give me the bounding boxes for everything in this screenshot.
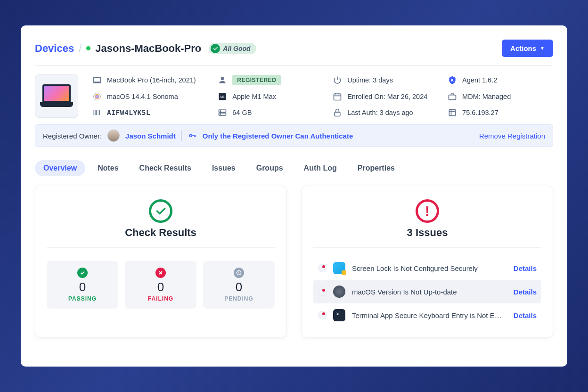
issue-row[interactable]: Terminal App Secure Keyboard Entry is No… bbox=[313, 303, 541, 327]
info-last-auth: Last Auth: 3 days ago bbox=[333, 107, 438, 118]
stat-failing-count: 0 bbox=[129, 280, 193, 294]
warning-icon: ! bbox=[416, 199, 439, 223]
tab-groups[interactable]: Groups bbox=[248, 160, 292, 176]
svg-rect-0 bbox=[94, 77, 101, 82]
issues-list: Screen Lock Is Not Configured Securely D… bbox=[313, 256, 541, 327]
status-pill: All Good bbox=[209, 43, 256, 54]
tab-overview[interactable]: Overview bbox=[35, 160, 85, 176]
info-agent-value: Agent 1.6.2 bbox=[462, 76, 497, 84]
stat-pending-label: PENDING bbox=[207, 295, 271, 302]
chip-icon: M1 bbox=[218, 92, 227, 101]
check-icon bbox=[211, 44, 220, 53]
separator bbox=[181, 131, 182, 141]
svg-text:M1: M1 bbox=[220, 95, 225, 98]
info-mdm-value: MDM: Managed bbox=[462, 93, 511, 100]
registered-badge: REGISTERED bbox=[232, 75, 281, 85]
svg-rect-12 bbox=[98, 110, 98, 115]
breadcrumb: Devices / Jasons-MacBook-Pro All Good bbox=[35, 42, 256, 55]
actions-button[interactable]: Actions ▼ bbox=[502, 40, 553, 57]
issue-row[interactable]: macOS Version Is Not Up-to-date Details bbox=[313, 280, 541, 303]
svg-rect-19 bbox=[449, 109, 455, 115]
info-ip: 75.6.193.27 bbox=[448, 107, 553, 118]
details-link[interactable]: Details bbox=[514, 311, 537, 319]
key-icon bbox=[188, 131, 197, 140]
info-last-auth-value: Last Auth: 3 days ago bbox=[347, 109, 413, 116]
issues-card: ! 3 Issues Screen Lock Is Not Configured… bbox=[302, 186, 553, 338]
tab-properties[interactable]: Properties bbox=[349, 160, 403, 176]
info-chip-value: Apple M1 Max bbox=[232, 93, 276, 100]
svg-rect-8 bbox=[449, 95, 456, 100]
owner-avatar bbox=[107, 130, 120, 142]
owner-name-link[interactable]: Jason Schmidt bbox=[125, 132, 176, 140]
issue-row[interactable]: Screen Lock Is Not Configured Securely D… bbox=[313, 256, 541, 280]
check-icon bbox=[77, 268, 88, 278]
info-storage: 64 GB bbox=[218, 107, 323, 118]
info-enrolled-value: Enrolled On: Mar 26, 2024 bbox=[347, 93, 427, 100]
info-registration: REGISTERED bbox=[218, 74, 323, 86]
check-results-card: Check Results 0 PASSING 0 FAILING 0 PEND… bbox=[35, 186, 286, 338]
agent-icon: K bbox=[448, 75, 457, 85]
info-serial-value: AIFW4LYK5L bbox=[107, 109, 150, 116]
check-results-title: Check Results bbox=[47, 227, 275, 239]
actions-label: Actions bbox=[510, 44, 536, 52]
details-link[interactable]: Details bbox=[514, 288, 537, 296]
tab-check-results[interactable]: Check Results bbox=[131, 160, 200, 176]
info-agent: K Agent 1.6.2 bbox=[448, 74, 553, 86]
svg-rect-7 bbox=[334, 94, 341, 100]
terminal-icon bbox=[333, 309, 345, 321]
chevron-down-icon: ▼ bbox=[540, 46, 545, 51]
svg-point-4 bbox=[95, 94, 99, 99]
info-enrolled: Enrolled On: Mar 26, 2024 bbox=[333, 91, 438, 102]
stat-failing[interactable]: 0 FAILING bbox=[125, 261, 196, 309]
calendar-icon bbox=[333, 92, 342, 101]
storage-icon bbox=[218, 108, 227, 117]
info-storage-value: 64 GB bbox=[232, 109, 252, 116]
info-serial: AIFW4LYK5L bbox=[92, 107, 208, 118]
clock-icon bbox=[234, 268, 244, 278]
info-uptime-value: Uptime: 3 days bbox=[347, 76, 393, 84]
owner-label: Registered Owner: bbox=[43, 132, 102, 140]
status-text: All Good bbox=[223, 45, 254, 52]
svg-point-1 bbox=[221, 77, 224, 80]
tab-auth-log[interactable]: Auth Log bbox=[295, 160, 345, 176]
power-icon bbox=[333, 75, 342, 85]
tab-notes[interactable]: Notes bbox=[89, 160, 127, 176]
breadcrumb-root-link[interactable]: Devices bbox=[35, 42, 74, 55]
check-results-header: Check Results bbox=[47, 199, 275, 248]
svg-rect-9 bbox=[94, 110, 95, 115]
network-icon bbox=[448, 108, 457, 117]
tabs: Overview Notes Check Results Issues Grou… bbox=[35, 160, 553, 176]
barcode-icon bbox=[92, 108, 102, 117]
tab-issues[interactable]: Issues bbox=[204, 160, 244, 176]
issue-text: Terminal App Secure Keyboard Entry is No… bbox=[352, 311, 507, 319]
svg-text:K: K bbox=[451, 78, 454, 82]
check-results-stats: 0 PASSING 0 FAILING 0 PENDING bbox=[47, 261, 275, 309]
details-link[interactable]: Details bbox=[514, 264, 537, 272]
owner-policy-link[interactable]: Only the Registered Owner Can Authentica… bbox=[203, 132, 353, 140]
info-model-value: MacBook Pro (16-inch, 2021) bbox=[107, 76, 196, 84]
device-image bbox=[35, 74, 78, 118]
owner-bar: Registered Owner: Jason Schmidt Only the… bbox=[35, 124, 553, 147]
svg-rect-10 bbox=[95, 110, 96, 115]
issues-title: 3 Issues bbox=[313, 227, 541, 239]
info-chip: M1 Apple M1 Max bbox=[218, 91, 323, 102]
check-circle-icon bbox=[149, 199, 172, 223]
gauge-icon bbox=[318, 264, 327, 272]
device-info-grid: MacBook Pro (16-inch, 2021) REGISTERED U… bbox=[92, 74, 553, 118]
briefcase-icon bbox=[448, 92, 457, 101]
issue-text: macOS Version Is Not Up-to-date bbox=[352, 288, 507, 296]
laptop-icon bbox=[92, 75, 102, 85]
info-uptime: Uptime: 3 days bbox=[333, 74, 438, 86]
info-model: MacBook Pro (16-inch, 2021) bbox=[92, 74, 208, 86]
svg-point-16 bbox=[220, 111, 221, 112]
stat-pending[interactable]: 0 PENDING bbox=[203, 261, 275, 309]
os-icon bbox=[92, 92, 102, 101]
breadcrumb-separator: / bbox=[79, 42, 82, 55]
svg-point-17 bbox=[220, 114, 221, 115]
stat-passing[interactable]: 0 PASSING bbox=[47, 261, 118, 309]
issues-header: ! 3 Issues bbox=[313, 199, 541, 248]
issue-text: Screen Lock Is Not Configured Securely bbox=[352, 264, 507, 272]
remove-registration-link[interactable]: Remove Registration bbox=[479, 132, 545, 140]
x-icon bbox=[155, 268, 166, 278]
stat-passing-count: 0 bbox=[50, 280, 114, 294]
